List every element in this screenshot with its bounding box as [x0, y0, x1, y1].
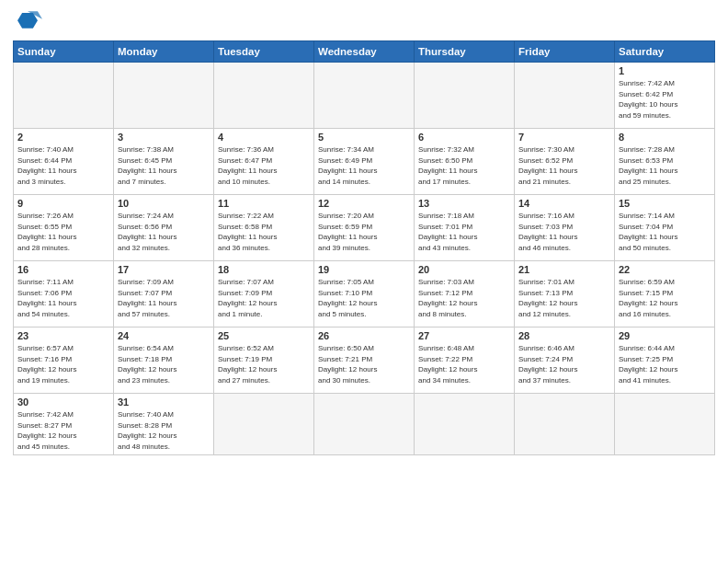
- svg-marker-0: [17, 13, 38, 29]
- day-cell: 4Sunrise: 7:36 AM Sunset: 6:47 PM Daylig…: [214, 129, 314, 195]
- day-number: 28: [518, 330, 610, 341]
- day-cell: [114, 63, 214, 129]
- day-number: 10: [118, 198, 210, 209]
- day-info: Sunrise: 7:07 AM Sunset: 7:09 PM Dayligh…: [218, 277, 310, 319]
- day-number: 19: [318, 264, 410, 275]
- day-cell: 17Sunrise: 7:09 AM Sunset: 7:07 PM Dayli…: [114, 261, 214, 327]
- day-cell: [314, 63, 415, 129]
- day-cell: 26Sunrise: 6:50 AM Sunset: 7:21 PM Dayli…: [314, 327, 415, 394]
- header: [13, 9, 715, 35]
- day-cell: [314, 394, 415, 455]
- day-number: 18: [218, 264, 310, 275]
- day-cell: [14, 63, 114, 129]
- day-info: Sunrise: 7:09 AM Sunset: 7:07 PM Dayligh…: [118, 277, 210, 319]
- day-number: 3: [118, 132, 210, 143]
- day-cell: [214, 63, 314, 129]
- day-info: Sunrise: 7:01 AM Sunset: 7:13 PM Dayligh…: [518, 277, 610, 319]
- day-info: Sunrise: 7:22 AM Sunset: 6:58 PM Dayligh…: [218, 211, 310, 253]
- day-info: Sunrise: 7:05 AM Sunset: 7:10 PM Dayligh…: [318, 277, 410, 319]
- day-number: 20: [418, 264, 510, 275]
- day-number: 15: [619, 198, 711, 209]
- day-number: 4: [218, 132, 310, 143]
- page: SundayMondayTuesdayWednesdayThursdayFrid…: [0, 0, 728, 563]
- week-row-0: 1Sunrise: 7:42 AM Sunset: 6:42 PM Daylig…: [14, 63, 715, 129]
- day-cell: 27Sunrise: 6:48 AM Sunset: 7:22 PM Dayli…: [415, 327, 515, 394]
- day-cell: 7Sunrise: 7:30 AM Sunset: 6:52 PM Daylig…: [515, 129, 615, 195]
- day-cell: [214, 394, 314, 455]
- weekday-header-tuesday: Tuesday: [214, 41, 314, 63]
- day-cell: 8Sunrise: 7:28 AM Sunset: 6:53 PM Daylig…: [615, 129, 715, 195]
- day-number: 26: [318, 330, 410, 341]
- day-cell: [415, 394, 515, 455]
- day-info: Sunrise: 6:48 AM Sunset: 7:22 PM Dayligh…: [418, 343, 510, 385]
- day-number: 6: [418, 132, 510, 143]
- logo-icon: [13, 9, 42, 35]
- day-cell: 15Sunrise: 7:14 AM Sunset: 7:04 PM Dayli…: [615, 195, 715, 261]
- day-cell: 9Sunrise: 7:26 AM Sunset: 6:55 PM Daylig…: [14, 195, 114, 261]
- day-info: Sunrise: 7:11 AM Sunset: 7:06 PM Dayligh…: [17, 277, 109, 319]
- day-info: Sunrise: 7:26 AM Sunset: 6:55 PM Dayligh…: [17, 211, 109, 253]
- day-info: Sunrise: 6:54 AM Sunset: 7:18 PM Dayligh…: [118, 343, 210, 385]
- day-cell: [415, 63, 515, 129]
- day-cell: 2Sunrise: 7:40 AM Sunset: 6:44 PM Daylig…: [14, 129, 114, 195]
- week-row-5: 30Sunrise: 7:42 AM Sunset: 8:27 PM Dayli…: [14, 394, 715, 455]
- day-number: 22: [619, 264, 711, 275]
- day-number: 21: [518, 264, 610, 275]
- day-info: Sunrise: 6:52 AM Sunset: 7:19 PM Dayligh…: [218, 343, 310, 385]
- day-cell: 30Sunrise: 7:42 AM Sunset: 8:27 PM Dayli…: [14, 394, 114, 455]
- day-info: Sunrise: 7:18 AM Sunset: 7:01 PM Dayligh…: [418, 211, 510, 253]
- day-info: Sunrise: 6:59 AM Sunset: 7:15 PM Dayligh…: [619, 277, 711, 319]
- day-cell: 12Sunrise: 7:20 AM Sunset: 6:59 PM Dayli…: [314, 195, 415, 261]
- day-cell: 28Sunrise: 6:46 AM Sunset: 7:24 PM Dayli…: [515, 327, 615, 394]
- day-cell: 16Sunrise: 7:11 AM Sunset: 7:06 PM Dayli…: [14, 261, 114, 327]
- day-cell: 29Sunrise: 6:44 AM Sunset: 7:25 PM Dayli…: [615, 327, 715, 394]
- day-cell: 25Sunrise: 6:52 AM Sunset: 7:19 PM Dayli…: [214, 327, 314, 394]
- day-number: 27: [418, 330, 510, 341]
- day-cell: 14Sunrise: 7:16 AM Sunset: 7:03 PM Dayli…: [515, 195, 615, 261]
- day-number: 8: [619, 132, 711, 143]
- day-info: Sunrise: 6:50 AM Sunset: 7:21 PM Dayligh…: [318, 343, 410, 385]
- day-cell: 5Sunrise: 7:34 AM Sunset: 6:49 PM Daylig…: [314, 129, 415, 195]
- day-info: Sunrise: 7:16 AM Sunset: 7:03 PM Dayligh…: [518, 211, 610, 253]
- day-info: Sunrise: 7:42 AM Sunset: 6:42 PM Dayligh…: [619, 78, 711, 121]
- day-number: 11: [218, 198, 310, 209]
- day-cell: 22Sunrise: 6:59 AM Sunset: 7:15 PM Dayli…: [615, 261, 715, 327]
- week-row-2: 9Sunrise: 7:26 AM Sunset: 6:55 PM Daylig…: [14, 195, 715, 261]
- day-number: 1: [619, 65, 711, 76]
- day-info: Sunrise: 7:24 AM Sunset: 6:56 PM Dayligh…: [118, 211, 210, 253]
- day-info: Sunrise: 7:36 AM Sunset: 6:47 PM Dayligh…: [218, 144, 310, 187]
- logo: [13, 9, 46, 35]
- weekday-header-monday: Monday: [114, 41, 214, 63]
- day-info: Sunrise: 7:38 AM Sunset: 6:45 PM Dayligh…: [118, 144, 210, 187]
- day-number: 13: [418, 198, 510, 209]
- day-cell: 18Sunrise: 7:07 AM Sunset: 7:09 PM Dayli…: [214, 261, 314, 327]
- day-number: 14: [518, 198, 610, 209]
- day-info: Sunrise: 6:46 AM Sunset: 7:24 PM Dayligh…: [518, 343, 610, 385]
- day-cell: [515, 394, 615, 455]
- day-cell: [515, 63, 615, 129]
- day-cell: 21Sunrise: 7:01 AM Sunset: 7:13 PM Dayli…: [515, 261, 615, 327]
- day-cell: 31Sunrise: 7:40 AM Sunset: 8:28 PM Dayli…: [114, 394, 214, 455]
- day-number: 16: [17, 264, 109, 275]
- calendar: SundayMondayTuesdayWednesdayThursdayFrid…: [13, 40, 715, 455]
- day-cell: 13Sunrise: 7:18 AM Sunset: 7:01 PM Dayli…: [415, 195, 515, 261]
- day-number: 5: [318, 132, 410, 143]
- day-number: 9: [17, 198, 109, 209]
- day-info: Sunrise: 7:30 AM Sunset: 6:52 PM Dayligh…: [518, 144, 610, 187]
- day-info: Sunrise: 7:40 AM Sunset: 8:28 PM Dayligh…: [118, 409, 210, 452]
- day-number: 30: [17, 396, 109, 408]
- day-number: 25: [218, 330, 310, 341]
- day-cell: 19Sunrise: 7:05 AM Sunset: 7:10 PM Dayli…: [314, 261, 415, 327]
- weekday-header-thursday: Thursday: [415, 41, 515, 63]
- week-row-3: 16Sunrise: 7:11 AM Sunset: 7:06 PM Dayli…: [14, 261, 715, 327]
- day-info: Sunrise: 7:20 AM Sunset: 6:59 PM Dayligh…: [318, 211, 410, 253]
- day-info: Sunrise: 7:14 AM Sunset: 7:04 PM Dayligh…: [619, 211, 711, 253]
- weekday-header-row: SundayMondayTuesdayWednesdayThursdayFrid…: [14, 41, 715, 63]
- day-number: 12: [318, 198, 410, 209]
- day-number: 2: [17, 132, 109, 143]
- day-info: Sunrise: 6:57 AM Sunset: 7:16 PM Dayligh…: [17, 343, 109, 385]
- day-info: Sunrise: 7:42 AM Sunset: 8:27 PM Dayligh…: [17, 409, 109, 452]
- day-info: Sunrise: 7:34 AM Sunset: 6:49 PM Dayligh…: [318, 144, 410, 187]
- day-cell: 10Sunrise: 7:24 AM Sunset: 6:56 PM Dayli…: [114, 195, 214, 261]
- day-cell: 1Sunrise: 7:42 AM Sunset: 6:42 PM Daylig…: [615, 63, 715, 129]
